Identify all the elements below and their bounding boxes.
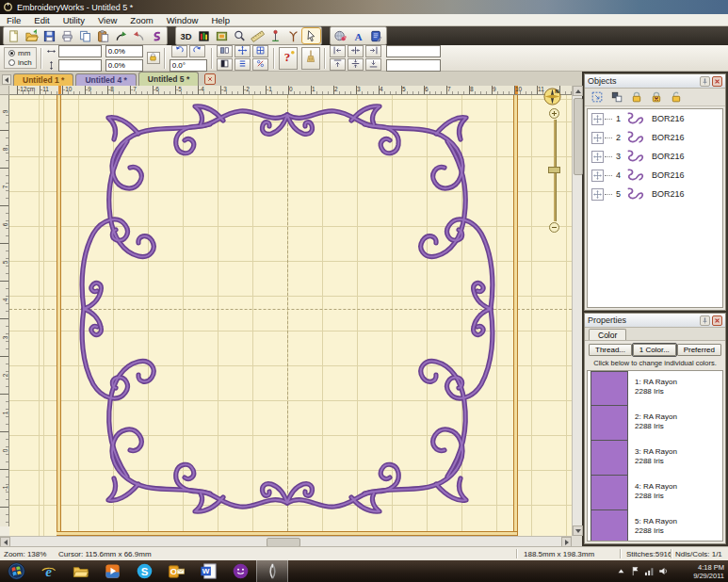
tab-scroll-left-button[interactable] [2, 74, 11, 85]
menu-edit[interactable]: Edit [27, 14, 56, 25]
object-row[interactable]: 1BOR216 [588, 109, 722, 128]
internet-explorer-button[interactable]: e [32, 560, 64, 582]
mirror-horizontal-button[interactable] [217, 45, 233, 57]
menu-view[interactable]: View [91, 14, 123, 25]
thread-button[interactable]: Thread... [589, 344, 632, 356]
print-button[interactable] [58, 28, 76, 43]
lettering-button[interactable]: A [349, 28, 367, 43]
pin-objects-panel-button[interactable] [700, 76, 710, 87]
branch-tool-button[interactable] [284, 28, 302, 43]
zoom-in-button[interactable] [549, 108, 559, 119]
menu-window[interactable]: Window [160, 14, 205, 25]
wizard-button[interactable]: ? [279, 47, 298, 70]
design-notes-button[interactable] [367, 28, 385, 43]
align-top-button[interactable] [330, 58, 346, 71]
yahoo-messenger-button[interactable] [224, 560, 256, 582]
taskbar-clock[interactable]: 4:18 PM 9/29/2011 [673, 563, 724, 580]
color-row[interactable]: 2: RA Rayon2288 Iris [588, 406, 722, 441]
object-row[interactable]: 5BOR216 [588, 185, 722, 203]
menu-zoom[interactable]: Zoom [123, 14, 159, 25]
tab-untitled-4[interactable]: Untitled 4 * [75, 73, 136, 86]
color-swatch[interactable] [590, 475, 628, 510]
media-player-button[interactable] [96, 560, 128, 582]
skype-button[interactable]: S [128, 560, 160, 582]
zoom-slider-thumb[interactable] [548, 167, 560, 173]
explorer-button[interactable] [64, 560, 96, 582]
close-document-button[interactable] [204, 73, 216, 85]
stitch-edit-button[interactable] [148, 28, 166, 43]
select-tool-button[interactable] [302, 28, 320, 43]
group-order-button[interactable] [608, 90, 625, 105]
start-button[interactable] [0, 560, 32, 582]
align-bottom-button[interactable] [365, 58, 381, 71]
menu-utility[interactable]: Utility [57, 14, 91, 25]
object-move-handle[interactable] [591, 170, 604, 182]
color-swatch[interactable] [590, 440, 628, 476]
undo-button[interactable] [130, 28, 148, 43]
design-canvas[interactable] [9, 95, 572, 536]
lock-button[interactable] [628, 90, 645, 105]
color-row[interactable]: 4: RA Rayon2288 Iris [588, 476, 722, 510]
align-center-button[interactable] [348, 45, 364, 57]
scale-x-input[interactable] [105, 45, 143, 57]
outlook-button[interactable]: O [160, 560, 192, 582]
center-design-button[interactable] [235, 45, 251, 57]
object-move-handle[interactable] [591, 151, 604, 163]
monogram-button[interactable] [332, 28, 349, 43]
network-button[interactable] [643, 565, 655, 577]
trim-button[interactable] [252, 58, 268, 71]
align-left-button[interactable] [330, 45, 346, 57]
tray-expand-button[interactable] [615, 565, 627, 577]
object-move-handle[interactable] [591, 188, 604, 201]
tab-untitled-5[interactable]: Untitled 5 * [138, 72, 199, 86]
embroidery-design[interactable] [71, 100, 504, 518]
grid-button[interactable] [252, 45, 268, 57]
color-swatch[interactable] [590, 371, 628, 406]
measure-tool-button[interactable] [249, 28, 267, 43]
close-properties-panel-button[interactable] [712, 315, 722, 326]
menu-help[interactable]: Help [204, 14, 236, 25]
unit-inch-radio[interactable]: inch [8, 58, 32, 67]
tab-color[interactable]: Color [589, 329, 626, 340]
scroll-down-button[interactable] [573, 525, 583, 536]
lock-x-button[interactable] [648, 90, 665, 105]
object-row[interactable]: 2BOR216 [588, 128, 722, 147]
preferred-button[interactable]: Preferred [677, 344, 721, 356]
color-row[interactable]: 1: RA Rayon2288 Iris [588, 371, 722, 406]
unit-mm-radio[interactable]: mm [8, 49, 32, 57]
zoom-tool-button[interactable] [231, 28, 249, 43]
color-swatch[interactable] [590, 509, 628, 542]
save-button[interactable] [40, 28, 58, 43]
vertical-scroll-thumb[interactable] [574, 98, 583, 175]
background-image-button[interactable] [213, 28, 231, 43]
pos-x-input[interactable] [386, 45, 441, 57]
embroidery-app-button[interactable] [256, 560, 288, 582]
aspect-lock-button[interactable] [147, 52, 160, 64]
object-move-handle[interactable] [591, 113, 604, 125]
unlock-button[interactable] [668, 90, 685, 105]
color-row[interactable]: 3: RA Rayon2288 Iris [588, 441, 722, 476]
object-row[interactable]: 4BOR216 [588, 166, 722, 185]
new-button[interactable] [5, 28, 23, 43]
align-middle-button[interactable] [348, 58, 364, 71]
close-objects-panel-button[interactable] [712, 76, 722, 87]
redo-button[interactable] [112, 28, 130, 43]
action-center-button[interactable] [629, 565, 641, 577]
contrast-button[interactable] [217, 58, 233, 71]
zoom-out-button[interactable] [549, 222, 559, 233]
copy-button[interactable] [76, 28, 94, 43]
thread-palette-button[interactable] [195, 28, 213, 43]
width-input[interactable] [58, 45, 102, 57]
density-button[interactable] [235, 58, 251, 71]
cleanup-button[interactable] [301, 47, 320, 70]
open-button[interactable] [23, 28, 40, 43]
pan-compass[interactable]: N [542, 87, 562, 106]
object-row[interactable]: 3BOR216 [588, 147, 722, 166]
height-input[interactable] [58, 59, 102, 72]
one-color-button[interactable]: 1 Color... [633, 344, 676, 356]
select-objects-button[interactable] [589, 90, 606, 105]
color-swatch[interactable] [590, 405, 628, 441]
angle-input[interactable] [170, 59, 207, 72]
word-button[interactable]: W [192, 560, 224, 582]
title-bar[interactable]: EmbroideryWorks - Untitled 5 * [0, 0, 728, 14]
